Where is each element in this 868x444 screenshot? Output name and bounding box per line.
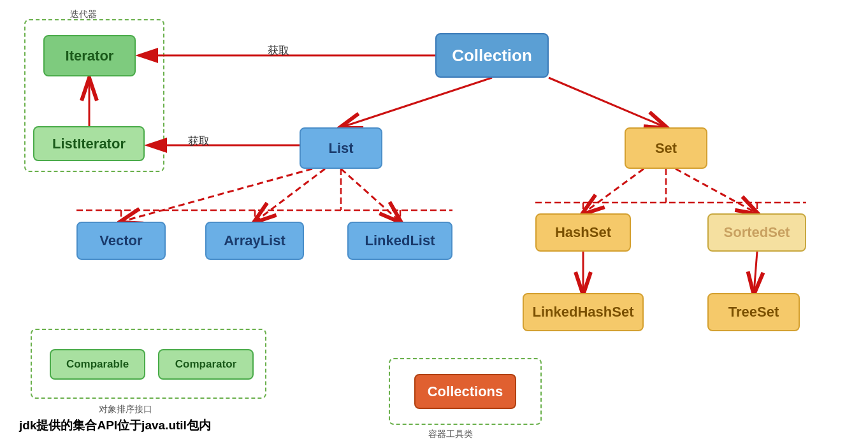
svg-line-3 [341, 78, 492, 127]
svg-line-8 [583, 169, 644, 213]
vector-label: Vector [99, 233, 142, 249]
treeset-label: TreeSet [728, 304, 779, 320]
svg-line-6 [255, 169, 325, 222]
iterator-node: Iterator [43, 35, 136, 76]
treeset-node: TreeSet [707, 293, 800, 331]
list-label: List [328, 140, 353, 157]
vector-node: Vector [76, 222, 166, 260]
set-node: Set [625, 127, 707, 169]
sortedset-node: SortedSet [707, 213, 806, 252]
tool-class-label: 容器工具类 [428, 429, 473, 440]
list-iterator-label: ListIterator [52, 136, 126, 152]
iterator-label: Iterator [66, 48, 114, 64]
collection-label: Collection [452, 46, 532, 66]
get-iterator-label: 获取 [268, 43, 289, 58]
svg-line-7 [341, 169, 400, 222]
comparator-label: Comparator [175, 358, 236, 371]
collection-node: Collection [435, 33, 549, 78]
comparable-label: Comparable [66, 358, 129, 371]
arraylist-node: ArrayList [205, 222, 304, 260]
set-label: Set [655, 140, 677, 157]
bottom-text: jdk提供的集合API位于java.util包内 [19, 417, 211, 434]
linkedhashset-node: LinkedHashSet [523, 293, 644, 331]
svg-line-11 [754, 252, 757, 293]
hashset-node: HashSet [535, 213, 631, 252]
list-node: List [300, 127, 382, 169]
list-iterator-node: ListIterator [33, 126, 145, 161]
hashset-label: HashSet [555, 224, 611, 241]
linkedhashset-label: LinkedHashSet [533, 304, 634, 320]
sort-interface-label: 对象排序接口 [99, 404, 152, 415]
comparator-node: Comparator [158, 349, 254, 380]
svg-line-9 [676, 169, 757, 213]
sortedset-label: SortedSet [724, 224, 790, 241]
get-list-iterator-label: 获取 [188, 134, 210, 148]
iterator-box-label: 迭代器 [70, 9, 97, 20]
collections-label: Collections [428, 383, 503, 400]
arraylist-label: ArrayList [224, 233, 286, 249]
comparable-node: Comparable [50, 349, 145, 380]
svg-line-5 [121, 169, 312, 222]
collections-node: Collections [414, 374, 516, 409]
diagram: 迭代器 对象排序接口 容器工具类 [0, 0, 868, 444]
linkedlist-node: LinkedList [347, 222, 452, 260]
svg-line-4 [549, 78, 666, 127]
linkedlist-label: LinkedList [365, 233, 435, 249]
